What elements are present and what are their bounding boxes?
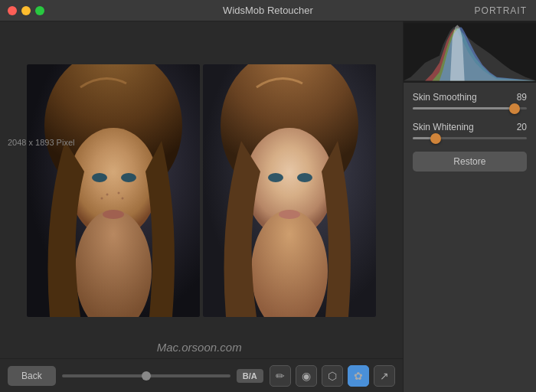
svg-point-19: [279, 210, 300, 219]
skin-smoothing-value: 89: [517, 92, 527, 103]
skin-whitening-label: Skin Whitening: [413, 122, 474, 132]
retouch-tool-button[interactable]: ✿: [348, 365, 369, 387]
retouch-icon: ✿: [354, 370, 363, 382]
right-panel: Skin Smoothing 89 Skin Whitening 20: [403, 21, 536, 392]
close-button[interactable]: [8, 6, 17, 15]
export-icon: ↗: [380, 370, 389, 382]
pencil-tool-button[interactable]: ✏: [270, 365, 291, 387]
svg-point-5: [92, 173, 107, 182]
mode-label: PORTRAIT: [475, 5, 527, 16]
restore-button[interactable]: Restore: [413, 152, 527, 172]
brush-icon: ⬡: [328, 370, 337, 382]
skin-smoothing-slider[interactable]: [413, 107, 527, 109]
minimize-button[interactable]: [21, 6, 31, 15]
app-title: WidsMob Retoucher: [223, 5, 313, 16]
back-button[interactable]: Back: [8, 366, 56, 386]
svg-point-18: [297, 173, 312, 182]
after-photo: [203, 64, 376, 317]
svg-point-6: [121, 173, 136, 182]
brush-tool-button[interactable]: ⬡: [322, 365, 343, 387]
skin-smoothing-label: Skin Smoothing: [413, 92, 477, 103]
pencil-icon: ✏: [276, 370, 285, 382]
svg-point-17: [268, 173, 283, 182]
histogram-chart: [404, 21, 536, 83]
controls-area: Skin Smoothing 89 Skin Whitening 20: [404, 83, 536, 392]
toolbar-icons: ✏ ◉ ⬡ ✿ ↗: [270, 365, 395, 387]
svg-point-9: [121, 198, 123, 200]
main-container: 2048 x 1893 Pixel: [0, 21, 536, 392]
export-tool-button[interactable]: ↗: [374, 365, 395, 387]
skin-whitening-group: Skin Whitening 20: [413, 122, 527, 139]
svg-point-8: [117, 192, 119, 194]
histogram-area: [404, 21, 536, 83]
compare-slider-area: B/A: [62, 369, 263, 383]
skin-whitening-thumb[interactable]: [430, 133, 441, 144]
compare-slider-thumb[interactable]: [142, 371, 151, 381]
skin-whitening-label-row: Skin Whitening 20: [413, 122, 527, 132]
compare-slider[interactable]: [62, 374, 230, 377]
content-area: 2048 x 1893 Pixel: [0, 21, 403, 392]
skin-whitening-value: 20: [517, 122, 527, 132]
svg-point-11: [103, 210, 124, 219]
titlebar: WidsMob Retoucher PORTRAIT: [0, 0, 536, 21]
maximize-button[interactable]: [35, 6, 44, 15]
skin-smoothing-thumb[interactable]: [509, 103, 520, 114]
traffic-lights: [8, 6, 44, 15]
svg-point-10: [100, 198, 103, 200]
svg-point-7: [106, 194, 108, 196]
skin-whitening-slider[interactable]: [413, 137, 527, 139]
pixel-info: 2048 x 1893 Pixel: [8, 138, 74, 366]
skin-smoothing-fill: [413, 107, 515, 109]
mask-tool-button[interactable]: ◉: [296, 365, 317, 387]
mask-icon: ◉: [302, 370, 311, 382]
ba-button[interactable]: B/A: [237, 369, 263, 383]
skin-smoothing-group: Skin Smoothing 89: [413, 92, 527, 109]
skin-smoothing-label-row: Skin Smoothing 89: [413, 92, 527, 103]
